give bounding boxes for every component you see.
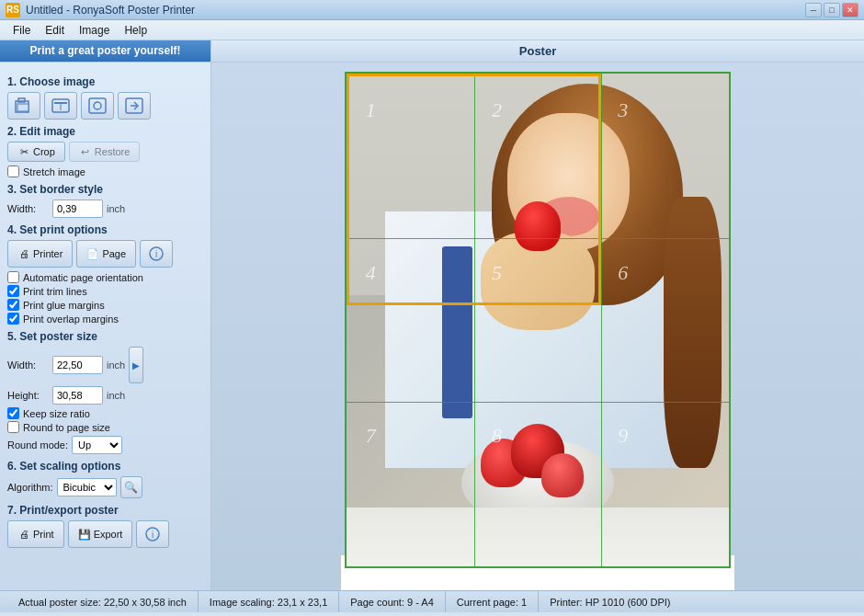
- section-choose-image: 1. Choose image: [7, 75, 203, 88]
- panel-headers: Print a great poster yourself! Poster: [0, 40, 864, 63]
- svg-rect-4: [54, 102, 67, 104]
- grid-v-line-2: [601, 74, 602, 566]
- page-button[interactable]: 📄 Page: [76, 240, 136, 268]
- right-panel-header: Poster: [211, 40, 864, 62]
- status-image-scaling: Image scaling: 23,1 x 23,1: [199, 591, 339, 612]
- auto-orientation-row: Automatic page orientation: [7, 271, 203, 283]
- window-title: Untitled - RonyaSoft Poster Printer: [26, 4, 805, 17]
- print-info-button[interactable]: i: [140, 240, 173, 268]
- print-icon: 🖨: [17, 528, 30, 541]
- status-bar: Actual poster size: 22,50 x 30,58 inch I…: [0, 590, 864, 612]
- restore-button[interactable]: ↩ Restore: [69, 142, 141, 162]
- export-info-button[interactable]: i: [136, 520, 169, 548]
- print-overlap-checkbox[interactable]: [7, 313, 19, 325]
- poster-arrow-button[interactable]: ▶: [129, 347, 143, 383]
- status-printer: Printer: HP 1010 (600 DPI): [539, 591, 681, 612]
- cell-6: 6: [618, 261, 628, 285]
- export-button[interactable]: 💾 Export: [68, 520, 133, 548]
- grid-h-line-2: [347, 402, 729, 403]
- svg-text:i: i: [155, 249, 157, 259]
- export-image-button[interactable]: [118, 92, 151, 120]
- print-export-buttons: 🖨 Print 💾 Export i: [7, 520, 203, 548]
- svg-rect-1: [18, 98, 25, 102]
- maximize-button[interactable]: □: [824, 3, 840, 17]
- app-icon: RS: [6, 3, 20, 17]
- main-container: 1. Choose image 2. Edit image ✂ Crop ↩: [0, 63, 864, 590]
- round-mode-select[interactable]: Up Down: [72, 436, 122, 454]
- section-border-style: 3. Set border style: [7, 183, 203, 196]
- stretch-image-checkbox[interactable]: [7, 165, 19, 177]
- round-page-row: Round to page size: [7, 421, 203, 433]
- cell-7: 7: [366, 424, 376, 448]
- section-scaling: 6. Set scaling options: [7, 460, 203, 473]
- cell-4: 4: [366, 261, 376, 285]
- round-mode-row: Round mode: Up Down: [7, 436, 203, 454]
- algorithm-select[interactable]: Bicubic Bilinear Nearest: [57, 478, 117, 496]
- choose-image-buttons: [7, 92, 203, 120]
- auto-orientation-checkbox[interactable]: [7, 271, 19, 283]
- cell-5: 5: [492, 261, 502, 285]
- section-print-options: 4. Set print options: [7, 223, 203, 236]
- cell-2: 2: [492, 98, 502, 122]
- printer-icon: 🖨: [17, 247, 30, 260]
- page-icon: 📄: [86, 247, 99, 260]
- minimize-button[interactable]: ─: [805, 3, 822, 17]
- image-settings-button[interactable]: [81, 92, 114, 120]
- section-print-export: 7. Print/export poster: [7, 504, 203, 517]
- scaling-search-button[interactable]: 🔍: [120, 476, 142, 498]
- title-bar: RS Untitled - RonyaSoft Poster Printer ─…: [0, 0, 864, 20]
- round-page-checkbox[interactable]: [7, 421, 19, 433]
- edit-image-buttons: ✂ Crop ↩ Restore: [7, 142, 203, 162]
- poster-height-input[interactable]: [52, 386, 103, 405]
- keep-ratio-row: Keep size ratio: [7, 407, 203, 419]
- print-overlap-row: Print overlap margins: [7, 313, 203, 325]
- cell-9: 9: [618, 424, 628, 448]
- svg-point-7: [94, 102, 101, 109]
- grid-h-line-1: [347, 238, 729, 239]
- svg-text:i: i: [152, 530, 153, 540]
- menu-edit[interactable]: Edit: [38, 22, 72, 39]
- status-current-page: Current page: 1: [446, 591, 539, 612]
- export-icon: 💾: [78, 528, 91, 541]
- cell-8: 8: [492, 424, 502, 448]
- border-width-row: Width: inch: [7, 200, 203, 218]
- open-file-button[interactable]: [7, 92, 40, 120]
- menu-bar: File Edit Image Help: [0, 20, 864, 40]
- border-width-input[interactable]: [52, 200, 103, 218]
- section-edit-image: 2. Edit image: [7, 125, 203, 138]
- print-options-buttons: 🖨 Printer 📄 Page i: [7, 240, 203, 268]
- print-trim-checkbox[interactable]: [7, 285, 19, 297]
- printer-button[interactable]: 🖨 Printer: [7, 240, 73, 268]
- cell-1: 1: [366, 98, 376, 122]
- crop-button[interactable]: ✂ Crop: [7, 142, 65, 162]
- menu-image[interactable]: Image: [72, 22, 117, 39]
- menu-help[interactable]: Help: [117, 22, 154, 39]
- print-trim-row: Print trim lines: [7, 285, 203, 297]
- poster-width-row: Width: inch ▶: [7, 347, 203, 383]
- print-glue-checkbox[interactable]: [7, 299, 19, 311]
- cell-3: 3: [618, 98, 628, 122]
- grid-lines: [347, 74, 729, 566]
- right-panel: 1 2 3 4 5 6 7 8 9: [211, 63, 864, 590]
- keep-ratio-checkbox[interactable]: [7, 407, 19, 419]
- grid-v-line-1: [474, 74, 475, 566]
- poster-width-input[interactable]: [52, 356, 103, 374]
- section-poster-size: 5. Set poster size: [7, 330, 203, 343]
- close-button[interactable]: ✕: [842, 3, 858, 17]
- restore-icon: ↩: [79, 145, 92, 158]
- status-page-count: Page count: 9 - A4: [339, 591, 446, 612]
- window-controls: ─ □ ✕: [805, 3, 858, 17]
- print-glue-row: Print glue margins: [7, 299, 203, 311]
- poster-height-row: Height: inch: [7, 386, 203, 405]
- poster-grid: 1 2 3 4 5 6 7 8 9: [345, 72, 731, 568]
- crop-icon: ✂: [17, 145, 30, 158]
- status-poster-size: Actual poster size: 22,50 x 30,58 inch: [7, 591, 199, 612]
- menu-file[interactable]: File: [6, 22, 38, 39]
- left-panel-header: Print a great poster yourself!: [0, 40, 211, 62]
- poster-container: 1 2 3 4 5 6 7 8 9: [345, 72, 731, 568]
- print-button[interactable]: 🖨 Print: [7, 520, 64, 548]
- open-scanner-button[interactable]: [44, 92, 77, 120]
- stretch-image-row: Stretch image: [7, 165, 203, 177]
- algorithm-row: Algorithm: Bicubic Bilinear Nearest 🔍: [7, 476, 203, 498]
- svg-rect-6: [89, 98, 106, 113]
